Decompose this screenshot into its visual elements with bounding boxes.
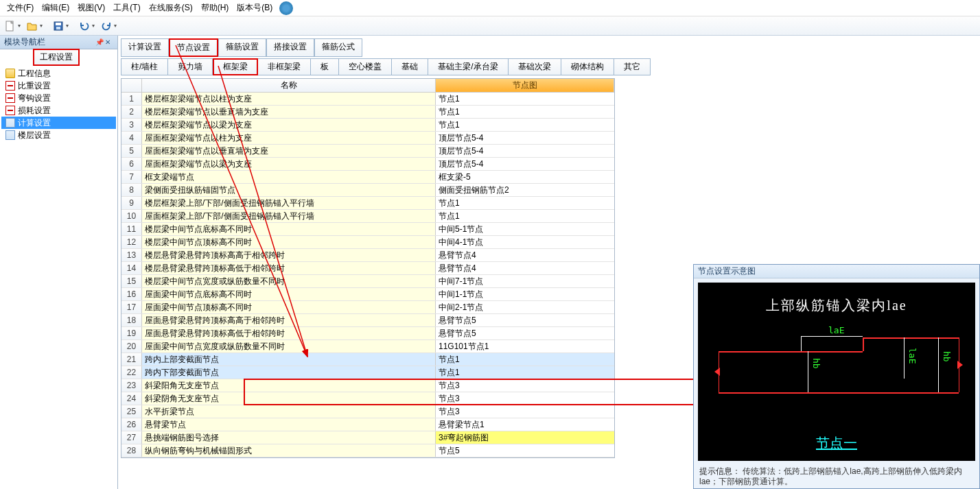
grid-row[interactable]: 8梁侧面受扭纵筋锚固节点侧面受扭钢筋节点2 (121, 184, 614, 197)
grid-row[interactable]: 1楼层框架梁端节点以柱为支座节点1 (121, 93, 614, 106)
sidebar-item-loss[interactable]: 损耗设置 (1, 104, 116, 117)
row-value[interactable]: 节点1 (436, 366, 614, 379)
row-name[interactable]: 悬挑端钢筋图号选择 (142, 431, 436, 444)
primary-tab-0[interactable]: 计算设置 (121, 38, 169, 57)
secondary-tab-8[interactable]: 基础次梁 (509, 58, 561, 75)
row-name[interactable]: 屋面框架梁端节点以垂直墙为支座 (142, 145, 436, 157)
row-name[interactable]: 屋面梁中间节点底标高不同时 (142, 288, 436, 300)
grid-row[interactable]: 9楼层框架梁上部/下部/侧面受扭钢筋锚入平行墙节点1 (121, 197, 614, 210)
row-value[interactable]: 节点1 (436, 106, 614, 118)
row-value[interactable]: 3#弯起钢筋图 (436, 431, 614, 444)
primary-tab-4[interactable]: 箍筋公式 (314, 38, 362, 57)
row-value[interactable]: 节点3 (436, 405, 614, 418)
grid-row[interactable]: 13楼层悬臂梁悬臂跨顶标高高于相邻跨时悬臂节点4 (121, 249, 614, 262)
grid-row[interactable]: 16屋面梁中间节点底标高不同时中间1-1节点 (121, 288, 614, 301)
grid-row[interactable]: 21跨内上部变截面节点节点1 (121, 353, 614, 366)
primary-tab-1[interactable]: 节点设置 (169, 38, 218, 57)
row-name[interactable]: 框支梁端节点 (142, 171, 436, 183)
row-name[interactable]: 梁侧面受扭纵筋锚固节点 (142, 184, 436, 196)
menu-version[interactable]: 版本号(B) (233, 2, 277, 14)
row-value[interactable]: 节点3 (436, 379, 614, 392)
row-value[interactable]: 悬臂节点5 (436, 314, 614, 326)
grid-row[interactable]: 11楼层梁中间节点底标高不同时中间5-1节点 (121, 223, 614, 236)
open-icon[interactable] (25, 19, 40, 34)
row-name[interactable]: 悬臂梁节点 (142, 418, 436, 431)
row-value[interactable]: 悬臂节点5 (436, 327, 614, 339)
row-name[interactable]: 楼层框架梁端节点以垂直墙为支座 (142, 106, 436, 118)
row-name[interactable]: 跨内上部变截面节点 (142, 353, 436, 366)
menu-online[interactable]: 在线服务(S) (145, 2, 197, 14)
grid-row[interactable]: 6屋面框架梁端节点以梁为支座顶层节点5-4 (121, 158, 614, 171)
grid-row[interactable]: 10屋面框架梁上部/下部/侧面受扭钢筋锚入平行墙节点1 (121, 210, 614, 223)
row-value[interactable]: 侧面受扭钢筋节点2 (436, 184, 614, 196)
secondary-tab-4[interactable]: 板 (311, 58, 339, 75)
sidebar-item-project-info[interactable]: 工程信息 (1, 67, 116, 80)
pin-icon[interactable]: 📌 (95, 38, 104, 47)
row-value[interactable]: 顶层节点5-4 (436, 158, 614, 170)
row-name[interactable]: 楼层悬臂梁悬臂跨顶标高高于相邻跨时 (142, 249, 436, 261)
grid-row[interactable]: 18屋面悬臂梁悬臂跨顶标高高于相邻跨时悬臂节点5 (121, 314, 614, 327)
row-value[interactable]: 框支梁-5 (436, 171, 614, 183)
sidebar-item-weight[interactable]: 比重设置 (1, 80, 116, 92)
row-value[interactable]: 中间4-1节点 (436, 236, 614, 248)
row-name[interactable]: 斜梁阴角无支座节点 (142, 392, 436, 405)
row-name[interactable]: 楼层框架梁上部/下部/侧面受扭钢筋锚入平行墙 (142, 197, 436, 209)
grid-row[interactable]: 22跨内下部变截面节点节点1 (121, 366, 614, 379)
row-name[interactable]: 屋面框架梁端节点以柱为支座 (142, 132, 436, 144)
row-value[interactable]: 悬臂梁节点1 (436, 418, 614, 431)
secondary-tab-2[interactable]: 框架梁 (213, 58, 258, 75)
row-value[interactable]: 节点5 (436, 444, 614, 457)
row-value[interactable]: 节点1 (436, 353, 614, 366)
grid-row[interactable]: 25水平折梁节点节点3 (121, 405, 614, 418)
row-name[interactable]: 楼层梁中间节点顶标高不同时 (142, 236, 436, 248)
tab-project-settings[interactable]: 工程设置 (33, 49, 80, 66)
row-name[interactable]: 屋面悬臂梁悬臂跨顶标高高于相邻跨时 (142, 314, 436, 326)
grid-row[interactable]: 20屋面梁中间节点宽度或纵筋数量不同时11G101节点1 (121, 340, 614, 353)
grid-row[interactable]: 26悬臂梁节点悬臂梁节点1 (121, 418, 614, 431)
row-value[interactable]: 中间1-1节点 (436, 288, 614, 300)
new-dropdown-icon[interactable]: ▾ (18, 23, 21, 29)
open-dropdown-icon[interactable]: ▾ (40, 23, 43, 29)
grid-row[interactable]: 27悬挑端钢筋图号选择3#弯起钢筋图 (121, 431, 614, 444)
grid-row[interactable]: 28纵向钢筋弯钩与机械锚固形式节点5 (121, 444, 614, 457)
grid-header-image[interactable]: 节点图 (436, 79, 614, 93)
row-name[interactable]: 屋面梁中间节点顶标高不同时 (142, 301, 436, 313)
row-value[interactable]: 中间5-1节点 (436, 223, 614, 235)
grid-row[interactable]: 23斜梁阳角无支座节点节点3 (121, 379, 614, 392)
row-name[interactable]: 屋面框架梁上部/下部/侧面受扭钢筋锚入平行墙 (142, 210, 436, 222)
menu-tools[interactable]: 工具(T) (109, 2, 144, 14)
grid-row[interactable]: 7框支梁端节点框支梁-5 (121, 171, 614, 184)
row-value[interactable]: 节点1 (436, 197, 614, 209)
redo-icon[interactable] (99, 19, 114, 34)
row-value[interactable]: 悬臂节点4 (436, 262, 614, 274)
row-name[interactable]: 屋面梁中间节点宽度或纵筋数量不同时 (142, 340, 436, 353)
row-value[interactable]: 中间7-1节点 (436, 275, 614, 287)
grid-row[interactable]: 14楼层悬臂梁悬臂跨顶标高低于相邻跨时悬臂节点4 (121, 262, 614, 275)
sidebar-item-floor[interactable]: 楼层设置 (1, 129, 116, 141)
secondary-tab-10[interactable]: 其它 (614, 58, 651, 75)
row-name[interactable]: 纵向钢筋弯钩与机械锚固形式 (142, 444, 436, 457)
row-name[interactable]: 楼层框架梁端节点以柱为支座 (142, 93, 436, 105)
grid-row[interactable]: 2楼层框架梁端节点以垂直墙为支座节点1 (121, 106, 614, 119)
grid-row[interactable]: 12楼层梁中间节点顶标高不同时中间4-1节点 (121, 236, 614, 249)
grid-row[interactable]: 24斜梁阴角无支座节点节点3 (121, 392, 614, 405)
row-value[interactable]: 11G101节点1 (436, 340, 614, 353)
row-name[interactable]: 楼层梁中间节点宽度或纵筋数量不同时 (142, 275, 436, 287)
row-name[interactable]: 楼层悬臂梁悬臂跨顶标高低于相邻跨时 (142, 262, 436, 274)
grid-row[interactable]: 3楼层框架梁端节点以梁为支座节点1 (121, 119, 614, 132)
secondary-tab-7[interactable]: 基础主梁/承台梁 (428, 58, 508, 75)
menu-help[interactable]: 帮助(H) (197, 2, 233, 14)
row-value[interactable]: 顶层节点5-4 (436, 132, 614, 144)
row-value[interactable]: 节点3 (436, 392, 614, 405)
menu-file[interactable]: 文件(F) (3, 2, 38, 14)
row-value[interactable]: 节点1 (436, 210, 614, 222)
grid-row[interactable]: 15楼层梁中间节点宽度或纵筋数量不同时中间7-1节点 (121, 275, 614, 288)
row-value[interactable]: 中间2-1节点 (436, 301, 614, 313)
secondary-tab-5[interactable]: 空心楼盖 (339, 58, 392, 75)
undo-dropdown-icon[interactable]: ▾ (92, 23, 95, 29)
row-value[interactable]: 节点1 (436, 93, 614, 105)
row-name[interactable]: 楼层框架梁端节点以梁为支座 (142, 119, 436, 131)
row-value[interactable]: 悬臂节点4 (436, 249, 614, 261)
row-name[interactable]: 水平折梁节点 (142, 405, 436, 418)
redo-dropdown-icon[interactable]: ▾ (114, 23, 117, 29)
